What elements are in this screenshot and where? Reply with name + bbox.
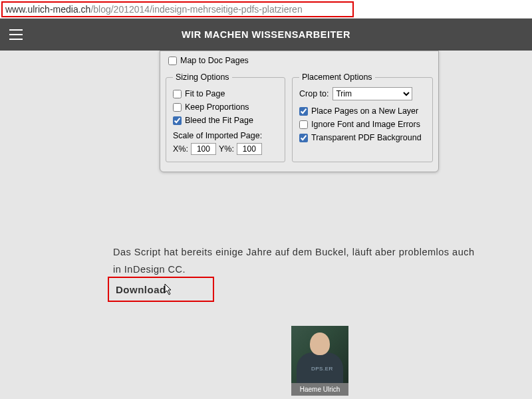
map-to-doc-checkbox[interactable]: Map to Doc Pages	[168, 54, 249, 67]
article-paragraph: Das Script hat bereits einige Jahre auf …	[113, 243, 485, 278]
author-card[interactable]: DPS.ER Haeme Ulrich	[291, 326, 348, 396]
scale-label: Scale of Imported Page:	[173, 131, 278, 140]
address-bar[interactable]: www.ulrich-media.ch/blog/2012014/indesig…	[0, 0, 532, 19]
placement-options-group: Placement Options Crop to: Trim Place Pa…	[292, 72, 433, 162]
crop-to-select[interactable]: Trim	[332, 87, 412, 100]
x-percent-label: X%:	[173, 144, 188, 154]
fit-to-page-checkbox[interactable]: Fit to Page	[173, 87, 278, 100]
y-percent-label: Y%:	[219, 144, 234, 154]
author-shirt-text: DPS.ER	[311, 366, 333, 372]
url-path: /blog/2012014/indesign-mehrseitige-pdfs-…	[90, 4, 302, 15]
placement-legend: Placement Options	[299, 72, 375, 82]
map-to-doc-label: Map to Doc Pages	[180, 56, 249, 65]
download-link[interactable]: Download	[116, 284, 166, 295]
author-photo: DPS.ER	[291, 326, 348, 383]
sizing-legend: Sizing Options	[173, 72, 232, 82]
site-topbar: WIR MACHEN WISSENSARBEITER	[0, 19, 532, 51]
y-percent-input[interactable]	[237, 143, 262, 155]
site-title: WIR MACHEN WISSENSARBEITER	[0, 29, 532, 40]
sizing-options-group: Sizing Options Fit to Page Keep Proporti…	[166, 72, 285, 162]
url-host: www.ulrich-media.ch	[5, 4, 90, 15]
crop-to-label: Crop to:	[299, 89, 329, 98]
ignore-errors-checkbox[interactable]: Ignore Font and Image Errors	[299, 118, 426, 131]
new-layer-checkbox[interactable]: Place Pages on a New Layer	[299, 104, 426, 118]
x-percent-input[interactable]	[191, 143, 216, 155]
bleed-fit-page-checkbox[interactable]: Bleed the Fit Page	[173, 114, 278, 127]
map-to-doc-input[interactable]	[168, 57, 177, 65]
download-highlight-box: Download	[108, 277, 214, 302]
place-pdf-dialog: Map to Doc Pages Sizing Options Fit to P…	[160, 51, 439, 172]
transparent-bg-checkbox[interactable]: Transparent PDF Background	[299, 131, 426, 144]
author-name: Haeme Ulrich	[291, 383, 348, 396]
page-content: Map to Doc Pages Sizing Options Fit to P…	[0, 51, 532, 399]
keep-proportions-checkbox[interactable]: Keep Proportions	[173, 100, 278, 114]
